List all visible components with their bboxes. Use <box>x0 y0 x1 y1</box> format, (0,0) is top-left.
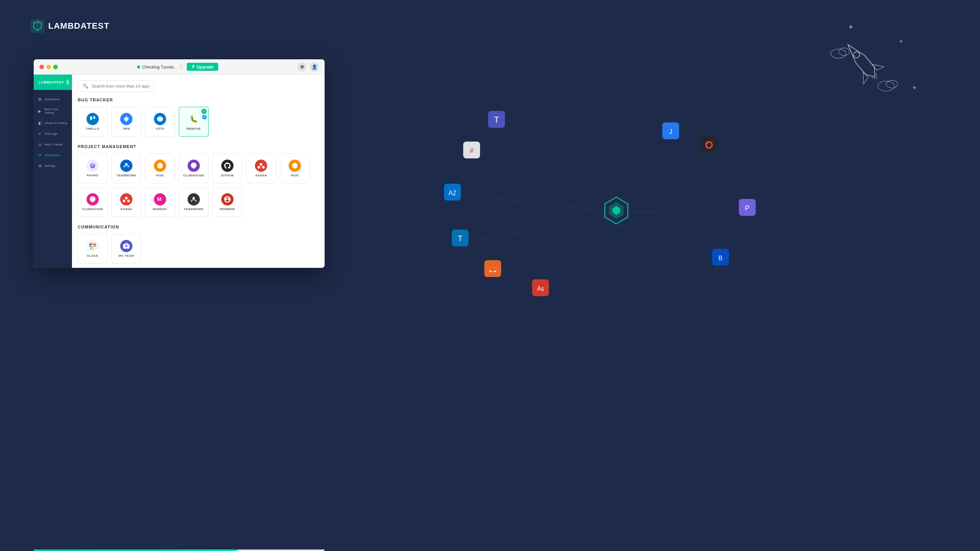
sidebar-item-integrations[interactable]: ⟳ Integrations <box>34 150 72 160</box>
remove-card[interactable]: ✓ + 🐛 REMOVE <box>179 107 209 137</box>
svg-text:B: B <box>719 255 723 261</box>
svg-point-1 <box>852 51 861 59</box>
sidebar-item-testlog[interactable]: ≡ Test Logs <box>34 128 72 139</box>
asana2-icon <box>120 193 132 205</box>
asana2-card[interactable]: ASANA <box>111 187 141 217</box>
redmine-card[interactable]: REDMINE <box>212 187 242 217</box>
upgrade-label: Upgrade <box>196 65 214 69</box>
teamwork-icon <box>120 160 132 172</box>
msteam-icon <box>120 240 132 252</box>
search-input[interactable] <box>91 84 149 88</box>
clubhouse2-icon <box>87 193 99 205</box>
vsts-icon <box>154 113 166 125</box>
asana1-card[interactable]: ASANA <box>246 153 276 183</box>
trello-icon <box>87 113 99 125</box>
svg-marker-32 <box>605 197 628 224</box>
search-bar[interactable]: 🔍 <box>78 80 154 92</box>
sidebar-item-integrations-label: Integrations <box>44 153 60 157</box>
slack-card[interactable]: SLACK <box>78 234 108 264</box>
top-bar: LAMBDATEST <box>31 19 109 33</box>
sidebar-brand: LAMBDATEST ✕ <box>34 75 72 90</box>
svg-line-37 <box>471 218 607 241</box>
teamwork-label: TEAMWORK <box>116 174 136 177</box>
star-decor-3: ✦ <box>912 84 917 91</box>
hive2-icon <box>289 160 301 172</box>
check-badge: ✓ <box>201 109 207 114</box>
clubhouse2-card[interactable]: CLUBHOUSE <box>78 187 108 217</box>
msteam-card[interactable]: MS TEAM <box>111 234 141 264</box>
sidebar-item-visual-label: Visual UI Testing <box>44 121 67 125</box>
project-management-grid: P PAYMO TEAMWORK <box>78 153 319 217</box>
svg-marker-33 <box>609 202 624 219</box>
sidebar-item-visual[interactable]: ◧ Visual UI Testing <box>34 117 72 128</box>
svg-rect-7 <box>93 116 95 119</box>
sidebar-close-btn[interactable]: ✕ <box>66 79 69 85</box>
user-icon-btn[interactable]: 👤 <box>310 62 319 72</box>
sidebar-item-realtime[interactable]: ▶ Real Time Testing <box>34 104 72 117</box>
sidebar-item-realtime-label: Real Time Testing <box>44 108 68 114</box>
lambdatest-logo-icon <box>31 19 44 33</box>
hive2-label: HIVE <box>291 174 299 177</box>
clubhouse1-card[interactable]: CLUBHOUSE <box>179 153 209 183</box>
svg-point-15 <box>260 163 263 166</box>
browser-controls <box>39 65 58 69</box>
svg-point-13 <box>127 165 129 167</box>
sidebar-item-settings[interactable]: ⚙ Settings <box>34 160 72 171</box>
github-card[interactable]: GITHUB <box>212 153 242 183</box>
svg-line-40 <box>628 145 712 207</box>
svg-rect-30 <box>89 244 92 245</box>
realtime-icon: ▶ <box>38 109 42 113</box>
svg-point-19 <box>125 197 128 199</box>
sidebar-item-issue[interactable]: ◎ Issue Tracker <box>34 139 72 150</box>
svg-text:⭕: ⭕ <box>705 141 714 149</box>
redmine-icon <box>221 193 234 205</box>
svg-point-21 <box>127 200 130 202</box>
sidebar-item-dashboard[interactable]: ⊞ Dashboard <box>34 94 72 104</box>
paymo-card[interactable]: P PAYMO <box>78 153 108 183</box>
svg-marker-8 <box>157 116 163 122</box>
paymo-label: PAYMO <box>87 174 99 177</box>
vsts-card[interactable]: VSTS <box>145 107 175 137</box>
slack-icon <box>87 240 99 252</box>
main-panel: 🔍 BUG TRACKER TRELLO <box>72 75 325 268</box>
dashboard-icon: ⊞ <box>38 97 42 101</box>
sidebar-brand-text: LAMBDATEST <box>39 80 64 84</box>
trello-card[interactable]: TRELLO <box>78 107 108 137</box>
sidebar-nav: ⊞ Dashboard ▶ Real Time Testing ◧ Visual… <box>34 90 72 268</box>
app-content: LAMBDATEST ✕ ⊞ Dashboard ▶ Real Time Tes… <box>34 75 325 268</box>
hive1-card[interactable]: HIVE <box>145 153 175 183</box>
jira-label: JIRA <box>122 127 130 130</box>
upgrade-button[interactable]: ⬆ Upgrade <box>187 63 218 71</box>
svg-point-16 <box>258 166 260 169</box>
communication-title: COMMUNICATION <box>78 225 319 229</box>
tunnel-indicator <box>137 65 140 68</box>
github-label: GITHUB <box>221 174 234 177</box>
project-management-section: PROJECT MANAGEMENT P PAYMO TE <box>78 144 319 217</box>
teamwork2-icon <box>188 193 200 205</box>
asana1-label: ASANA <box>255 174 267 177</box>
dot-green <box>53 65 58 69</box>
teamwork2-card[interactable]: TEAMWORK <box>179 187 209 217</box>
github-icon <box>221 160 234 172</box>
sidebar: LAMBDATEST ✕ ⊞ Dashboard ▶ Real Time Tes… <box>34 75 72 268</box>
hive2-card[interactable]: HIVE <box>280 153 310 183</box>
svg-point-20 <box>123 200 126 202</box>
upgrade-icon: ⬆ <box>191 64 195 69</box>
plus-badge: + <box>202 115 207 119</box>
teamwork-card[interactable]: TEAMWORK <box>111 153 141 183</box>
settings-icon-btn[interactable]: ⚙ <box>297 62 307 72</box>
monday-label: MONDAY <box>153 207 167 211</box>
remove-label: REMOVE <box>186 127 201 130</box>
svg-rect-55 <box>701 136 717 153</box>
hive1-icon <box>154 160 166 172</box>
teamwork2-label: TEAMWORK <box>184 207 204 211</box>
progress-fill <box>34 549 237 551</box>
svg-text:M: M <box>157 196 162 202</box>
jira-card[interactable]: JIRA <box>111 107 141 137</box>
svg-rect-26 <box>89 246 92 247</box>
browser-header: Checking Tunnel... ⓘ ⬆ Upgrade ⚙ 👤 <box>34 59 325 75</box>
monday-card[interactable]: M MONDAY <box>145 187 175 217</box>
paymo-icon: P <box>87 160 99 172</box>
svg-point-12 <box>124 165 126 167</box>
svg-rect-27 <box>93 246 96 247</box>
